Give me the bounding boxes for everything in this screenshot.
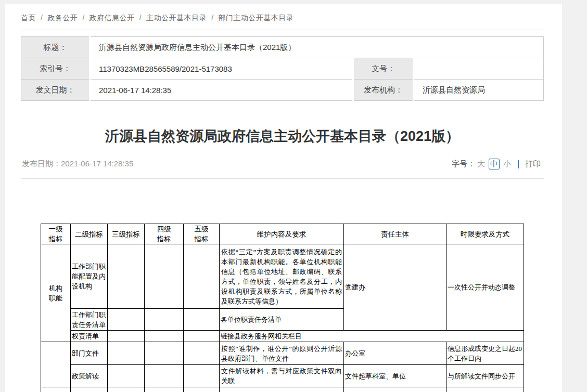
cell-level2: 权责清单	[71, 331, 108, 342]
toolbar-separator	[518, 160, 519, 168]
cell-content: 各单位职责任务清单	[220, 309, 344, 331]
meta-index-label: 索引号：	[21, 58, 90, 80]
empty-cell	[108, 365, 145, 387]
article-tools: 字号： 大 中 小 打印	[452, 159, 541, 169]
cell-owner: 文件起草科室、单位	[344, 365, 446, 387]
breadcrumb-separator: /	[139, 14, 142, 22]
catalog-table: 一级 指标 二级指标 三级指标 四级 指标 五级 指标 维护内容及要求 责任主体…	[41, 224, 524, 392]
column-header-level5: 五级 指标	[184, 224, 220, 244]
font-size-large-button[interactable]: 大	[477, 159, 485, 169]
meta-date-value: 2021-06-17 14:28:35	[90, 80, 353, 101]
column-header-level3: 三级指标	[108, 224, 145, 244]
cell-time: 与所解读文件同步公开	[446, 365, 524, 387]
cell-level1	[41, 342, 71, 387]
empty-cell	[184, 331, 220, 342]
empty-cell	[145, 309, 184, 331]
publish-date-value: 2021-06-17 14:28:35	[61, 159, 133, 168]
breadcrumb-separator: /	[82, 14, 84, 22]
cell-time: 一次性公开并动态调整	[446, 244, 524, 331]
breadcrumb-item-home[interactable]: 首页	[21, 14, 36, 22]
column-header-content: 维护内容及要求	[220, 224, 344, 244]
cell-level1: 机构 职能	[41, 244, 71, 342]
empty-cell	[220, 387, 344, 392]
cell-time: 信息形成或变更之日起20个工作日内	[446, 342, 524, 365]
font-size-medium-button[interactable]: 中	[489, 159, 500, 169]
cell-level2: 工作部门职能配置及内设机构	[71, 244, 108, 309]
table-row: 权责清单 链接县政务服务网相关栏目	[41, 331, 524, 342]
font-size-label: 字号：	[452, 159, 475, 169]
column-header-time: 时限要求及方式	[446, 224, 524, 244]
cell-level2: 政策解读	[71, 365, 108, 387]
cell-content: 依据“三定”方案及职责调整情况确定的本部门最新机构职能。各单位机构职能信息（包括…	[220, 244, 344, 309]
column-header-level4: 四级 指标	[145, 224, 184, 244]
empty-cell	[184, 387, 220, 392]
meta-row-index: 索引号： 11370323MB28565589/2021-5173083 文号：	[21, 58, 544, 80]
empty-cell	[184, 244, 220, 309]
cell-level2: 部门文件	[71, 342, 108, 365]
breadcrumb-divider	[21, 30, 544, 30]
cell-content: 链接县政务服务网相关栏目	[220, 331, 524, 342]
font-size-small-button[interactable]: 小	[503, 159, 511, 169]
cell-owner: 办公室	[344, 342, 446, 365]
meta-row-date: 发文日期： 2021-06-17 14:28:35 发布机构： 沂源县自然资源局	[21, 80, 544, 101]
cell-level2: 工作部门职责任务清单	[71, 309, 108, 331]
empty-cell	[108, 331, 145, 342]
breadcrumb-separator: /	[41, 14, 43, 22]
column-header-level1: 一级 指标	[41, 224, 71, 244]
empty-cell	[108, 244, 145, 309]
meta-index-value: 11370323MB28565589/2021-5173083	[90, 58, 353, 80]
meta-title-label: 标题：	[21, 37, 90, 58]
document-meta-table: 标题： 沂源县自然资源局政府信息主动公开基本目录（2021版） 索引号： 113…	[21, 36, 544, 101]
empty-cell	[108, 309, 145, 331]
article-toolbar-row: 发布日期：2021-06-17 14:28:35 字号： 大 中 小 打印	[21, 159, 544, 169]
empty-cell	[446, 387, 524, 392]
cell-content: 按照“谁制作，谁公开”的原则公开沂源县政府部门、单位文件	[220, 342, 344, 365]
table-row: 机构 职能 工作部门职能配置及内设机构 依据“三定”方案及职责调整情况确定的本部…	[41, 244, 524, 309]
print-button[interactable]: 打印	[525, 159, 541, 169]
cell-content: 文件解读材料，需与对应政策文件双向关联	[220, 365, 344, 387]
meta-agency-value: 沂源县自然资源局	[413, 80, 543, 101]
empty-cell	[145, 331, 184, 342]
breadcrumb-item-zfxxgk[interactable]: 政府信息公开	[90, 14, 135, 22]
empty-cell	[108, 387, 145, 392]
breadcrumb-item-dept-catalog[interactable]: 部门主动公开基本目录	[219, 14, 294, 22]
article-divider	[21, 178, 544, 179]
cell-owner: 党建办	[344, 244, 446, 331]
empty-cell	[344, 387, 446, 392]
empty-cell	[145, 387, 184, 392]
breadcrumb-item-zwgk[interactable]: 政务公开	[47, 14, 78, 22]
empty-cell	[145, 342, 184, 365]
publish-date: 发布日期：2021-06-17 14:28:35	[22, 159, 133, 169]
empty-cell	[184, 342, 220, 365]
breadcrumb-item-zdgk-catalog[interactable]: 主动公开基本目录	[146, 14, 207, 22]
breadcrumb: 首页/政务公开/政府信息公开/主动公开基本目录/部门主动公开基本目录	[21, 14, 544, 23]
empty-cell	[184, 309, 220, 331]
publish-date-label: 发布日期：	[22, 159, 61, 168]
table-row: 政策解读 文件解读材料，需与对应政策文件双向关联 文件起草科室、单位 与所解读文…	[41, 365, 524, 387]
page-title: 沂源县自然资源局政府信息主动公开基本目录（2021版）	[21, 127, 544, 146]
meta-docnum-value	[413, 58, 543, 80]
empty-cell	[145, 365, 184, 387]
meta-date-label: 发文日期：	[21, 80, 90, 101]
empty-cell	[108, 342, 145, 365]
meta-title-value: 沂源县自然资源局政府信息主动公开基本目录（2021版）	[90, 37, 544, 58]
empty-cell	[184, 365, 220, 387]
column-header-owner: 责任主体	[344, 224, 446, 244]
meta-docnum-label: 文号：	[353, 58, 413, 80]
empty-cell	[41, 387, 71, 392]
table-row: 部门文件 按照“谁制作，谁公开”的原则公开沂源县政府部门、单位文件 办公室 信息…	[41, 342, 524, 365]
empty-cell	[145, 244, 184, 309]
table-row	[41, 387, 524, 392]
meta-agency-label: 发布机构：	[353, 80, 413, 101]
catalog-header-row: 一级 指标 二级指标 三级指标 四级 指标 五级 指标 维护内容及要求 责任主体…	[41, 224, 524, 244]
content-panel: 首页/政务公开/政府信息公开/主动公开基本目录/部门主动公开基本目录 标题： 沂…	[5, 4, 562, 392]
empty-cell	[71, 387, 108, 392]
column-header-level2: 二级指标	[71, 224, 108, 244]
breadcrumb-separator: /	[211, 14, 213, 22]
meta-row-title: 标题： 沂源县自然资源局政府信息主动公开基本目录（2021版）	[21, 37, 544, 58]
